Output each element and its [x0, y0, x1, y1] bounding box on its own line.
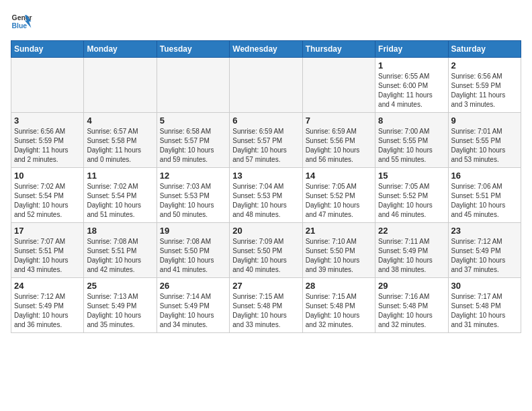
logo-icon: General Blue	[11, 11, 32, 32]
day-number: 22	[378, 226, 445, 236]
day-number: 21	[306, 226, 372, 236]
day-number: 20	[232, 226, 299, 236]
calendar-cell: 4Sunrise: 6:57 AMSunset: 5:58 PMDaylight…	[84, 113, 157, 168]
calendar-header-row: SundayMondayTuesdayWednesdayThursdayFrid…	[11, 41, 521, 58]
day-info: Sunrise: 7:02 AMSunset: 5:54 PMDaylight:…	[14, 182, 81, 220]
day-number: 7	[306, 116, 372, 126]
day-info: Sunrise: 7:07 AMSunset: 5:51 PMDaylight:…	[14, 237, 81, 275]
calendar-cell: 10Sunrise: 7:02 AMSunset: 5:54 PMDayligh…	[11, 168, 84, 223]
day-number: 8	[378, 116, 445, 126]
day-number: 24	[14, 281, 81, 291]
day-info: Sunrise: 7:05 AMSunset: 5:52 PMDaylight:…	[306, 182, 372, 220]
calendar-cell	[230, 58, 302, 113]
day-number: 23	[451, 226, 518, 236]
day-info: Sunrise: 7:15 AMSunset: 5:48 PMDaylight:…	[232, 292, 299, 330]
day-info: Sunrise: 6:55 AMSunset: 6:00 PMDaylight:…	[378, 72, 445, 109]
day-info: Sunrise: 7:08 AMSunset: 5:50 PMDaylight:…	[160, 237, 226, 275]
day-number: 12	[160, 171, 226, 181]
day-info: Sunrise: 7:05 AMSunset: 5:52 PMDaylight:…	[378, 182, 445, 220]
day-info: Sunrise: 7:16 AMSunset: 5:48 PMDaylight:…	[378, 292, 445, 330]
calendar-week-5: 24Sunrise: 7:12 AMSunset: 5:49 PMDayligh…	[11, 278, 521, 333]
day-info: Sunrise: 7:08 AMSunset: 5:51 PMDaylight:…	[87, 237, 153, 275]
day-number: 11	[87, 171, 153, 181]
day-info: Sunrise: 7:12 AMSunset: 5:49 PMDaylight:…	[451, 237, 518, 275]
calendar-cell: 7Sunrise: 6:59 AMSunset: 5:56 PMDaylight…	[302, 113, 375, 168]
calendar-table: SundayMondayTuesdayWednesdayThursdayFrid…	[11, 40, 521, 333]
day-info: Sunrise: 6:57 AMSunset: 5:58 PMDaylight:…	[87, 127, 153, 165]
weekday-header-friday: Friday	[375, 41, 448, 58]
calendar-cell: 25Sunrise: 7:13 AMSunset: 5:49 PMDayligh…	[84, 278, 157, 333]
calendar-cell: 11Sunrise: 7:02 AMSunset: 5:54 PMDayligh…	[84, 168, 157, 223]
calendar-cell: 9Sunrise: 7:01 AMSunset: 5:55 PMDaylight…	[448, 113, 521, 168]
day-info: Sunrise: 7:10 AMSunset: 5:50 PMDaylight:…	[306, 237, 372, 275]
day-number: 6	[232, 116, 299, 126]
day-number: 29	[378, 281, 445, 291]
day-number: 13	[232, 171, 299, 181]
weekday-header-saturday: Saturday	[448, 41, 521, 58]
day-info: Sunrise: 7:02 AMSunset: 5:54 PMDaylight:…	[87, 182, 153, 220]
day-number: 5	[160, 116, 226, 126]
calendar-cell: 22Sunrise: 7:11 AMSunset: 5:49 PMDayligh…	[375, 223, 448, 278]
day-info: Sunrise: 6:59 AMSunset: 5:56 PMDaylight:…	[306, 127, 372, 165]
calendar-cell: 23Sunrise: 7:12 AMSunset: 5:49 PMDayligh…	[448, 223, 521, 278]
calendar-cell: 14Sunrise: 7:05 AMSunset: 5:52 PMDayligh…	[302, 168, 375, 223]
day-number: 4	[87, 116, 153, 126]
calendar-cell: 15Sunrise: 7:05 AMSunset: 5:52 PMDayligh…	[375, 168, 448, 223]
calendar-cell: 3Sunrise: 6:56 AMSunset: 5:59 PMDaylight…	[11, 113, 84, 168]
day-number: 19	[160, 226, 226, 236]
day-info: Sunrise: 7:01 AMSunset: 5:55 PMDaylight:…	[451, 127, 518, 165]
calendar-week-2: 3Sunrise: 6:56 AMSunset: 5:59 PMDaylight…	[11, 113, 521, 168]
logo: General Blue	[11, 11, 32, 32]
day-number: 9	[451, 116, 518, 126]
calendar-week-1: 1Sunrise: 6:55 AMSunset: 6:00 PMDaylight…	[11, 58, 521, 113]
day-info: Sunrise: 7:15 AMSunset: 5:48 PMDaylight:…	[306, 292, 372, 330]
day-info: Sunrise: 6:59 AMSunset: 5:57 PMDaylight:…	[232, 127, 299, 165]
day-number: 17	[14, 226, 81, 236]
day-number: 18	[87, 226, 153, 236]
calendar-cell: 30Sunrise: 7:17 AMSunset: 5:48 PMDayligh…	[448, 278, 521, 333]
day-number: 14	[306, 171, 372, 181]
calendar-cell: 2Sunrise: 6:56 AMSunset: 5:59 PMDaylight…	[448, 58, 521, 113]
day-info: Sunrise: 6:56 AMSunset: 5:59 PMDaylight:…	[14, 127, 81, 165]
day-number: 15	[378, 171, 445, 181]
day-info: Sunrise: 6:56 AMSunset: 5:59 PMDaylight:…	[451, 72, 518, 109]
day-number: 16	[451, 171, 518, 181]
day-info: Sunrise: 7:03 AMSunset: 5:53 PMDaylight:…	[160, 182, 226, 220]
day-info: Sunrise: 7:13 AMSunset: 5:49 PMDaylight:…	[87, 292, 153, 330]
day-info: Sunrise: 7:11 AMSunset: 5:49 PMDaylight:…	[378, 237, 445, 275]
calendar-cell: 5Sunrise: 6:58 AMSunset: 5:57 PMDaylight…	[157, 113, 229, 168]
calendar-cell: 13Sunrise: 7:04 AMSunset: 5:53 PMDayligh…	[230, 168, 302, 223]
day-number: 30	[451, 281, 518, 291]
day-number: 28	[306, 281, 372, 291]
day-info: Sunrise: 7:12 AMSunset: 5:49 PMDaylight:…	[14, 292, 81, 330]
day-number: 25	[87, 281, 153, 291]
day-number: 10	[14, 171, 81, 181]
calendar-cell	[302, 58, 375, 113]
calendar-cell	[11, 58, 84, 113]
calendar-cell: 16Sunrise: 7:06 AMSunset: 5:51 PMDayligh…	[448, 168, 521, 223]
weekday-header-wednesday: Wednesday	[230, 41, 302, 58]
weekday-header-tuesday: Tuesday	[157, 41, 229, 58]
calendar-cell: 26Sunrise: 7:14 AMSunset: 5:49 PMDayligh…	[157, 278, 229, 333]
day-number: 26	[160, 281, 226, 291]
calendar-cell: 12Sunrise: 7:03 AMSunset: 5:53 PMDayligh…	[157, 168, 229, 223]
weekday-header-thursday: Thursday	[302, 41, 375, 58]
calendar-cell: 1Sunrise: 6:55 AMSunset: 6:00 PMDaylight…	[375, 58, 448, 113]
day-info: Sunrise: 7:00 AMSunset: 5:55 PMDaylight:…	[378, 127, 445, 165]
svg-text:Blue: Blue	[12, 22, 28, 30]
calendar-cell: 8Sunrise: 7:00 AMSunset: 5:55 PMDaylight…	[375, 113, 448, 168]
calendar-week-4: 17Sunrise: 7:07 AMSunset: 5:51 PMDayligh…	[11, 223, 521, 278]
day-info: Sunrise: 7:06 AMSunset: 5:51 PMDaylight:…	[451, 182, 518, 220]
day-number: 1	[378, 60, 445, 71]
day-info: Sunrise: 7:09 AMSunset: 5:50 PMDaylight:…	[232, 237, 299, 275]
weekday-header-sunday: Sunday	[11, 41, 84, 58]
calendar-cell: 18Sunrise: 7:08 AMSunset: 5:51 PMDayligh…	[84, 223, 157, 278]
day-number: 3	[14, 116, 81, 126]
day-info: Sunrise: 6:58 AMSunset: 5:57 PMDaylight:…	[160, 127, 226, 165]
day-info: Sunrise: 7:14 AMSunset: 5:49 PMDaylight:…	[160, 292, 226, 330]
page-header: General Blue	[11, 11, 521, 32]
day-info: Sunrise: 7:04 AMSunset: 5:53 PMDaylight:…	[232, 182, 299, 220]
weekday-header-monday: Monday	[84, 41, 157, 58]
calendar-cell: 29Sunrise: 7:16 AMSunset: 5:48 PMDayligh…	[375, 278, 448, 333]
calendar-cell: 19Sunrise: 7:08 AMSunset: 5:50 PMDayligh…	[157, 223, 229, 278]
